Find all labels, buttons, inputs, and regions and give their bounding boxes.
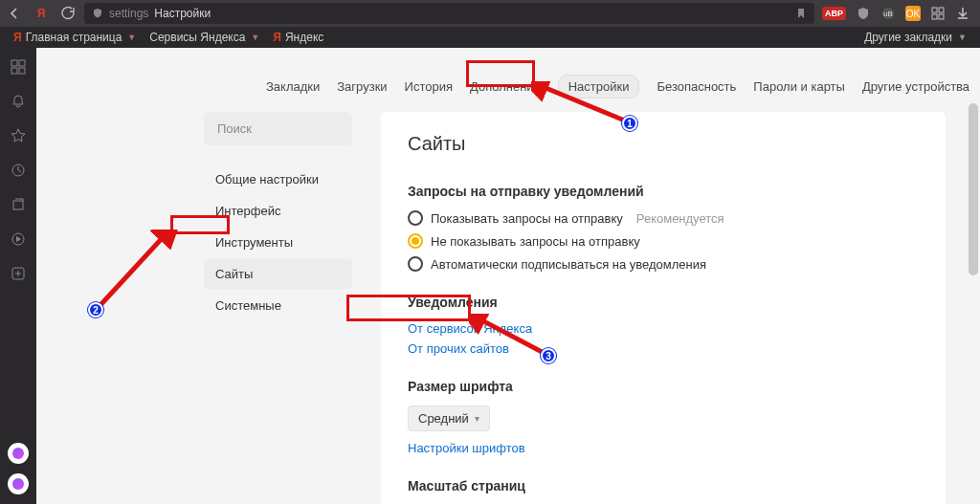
radio-dont-show-requests[interactable]: Не показывать запросы на отправку bbox=[408, 233, 919, 249]
other-bookmarks[interactable]: Другие закладки▼ bbox=[864, 31, 967, 44]
radio-auto-label: Автоматически подписываться на уведомлен… bbox=[431, 257, 706, 272]
tab-settings[interactable]: Настройки bbox=[558, 75, 640, 99]
yandex-logo[interactable]: Я bbox=[33, 5, 50, 22]
history-icon[interactable] bbox=[9, 161, 28, 180]
svg-rect-3 bbox=[939, 8, 944, 12]
svg-rect-8 bbox=[11, 68, 17, 74]
back-button[interactable] bbox=[6, 5, 23, 22]
bookmark-home[interactable]: ЯГлавная страница▼ bbox=[13, 31, 136, 44]
extensions-button[interactable] bbox=[930, 6, 946, 21]
bookmark-services-label: Сервисы Яндекса bbox=[149, 31, 245, 44]
play-icon[interactable] bbox=[9, 230, 28, 249]
svg-rect-11 bbox=[13, 201, 23, 209]
radio-auto-subscribe[interactable]: Автоматически подписываться на уведомлен… bbox=[408, 256, 919, 272]
alisa-icon[interactable] bbox=[8, 443, 29, 464]
svg-rect-4 bbox=[932, 14, 937, 19]
ublock-extension-icon[interactable]: uB bbox=[880, 6, 896, 21]
url-prefix: settings bbox=[109, 7, 148, 20]
recommended-label: Рекомендуется bbox=[636, 211, 724, 226]
other-bookmarks-label: Другие закладки bbox=[864, 31, 952, 44]
bookmark-yandex-label: Яндекс bbox=[285, 31, 323, 44]
url-title: Настройки bbox=[154, 7, 211, 20]
section-zoom: Масштаб страниц bbox=[408, 478, 919, 493]
svg-rect-6 bbox=[11, 60, 17, 66]
chevron-down-icon: ▾ bbox=[475, 413, 479, 424]
radio-icon bbox=[408, 256, 423, 272]
radio-icon-selected bbox=[408, 233, 423, 249]
radio-show-requests[interactable]: Показывать запросы на отправку Рекоменду… bbox=[408, 210, 919, 226]
bell-icon[interactable] bbox=[9, 92, 28, 111]
section-requests: Запросы на отправку уведомлений bbox=[408, 184, 919, 199]
side-general[interactable]: Общие настройки bbox=[204, 164, 352, 194]
tab-passwords[interactable]: Пароли и карты bbox=[753, 79, 845, 94]
side-system[interactable]: Системные bbox=[204, 291, 352, 320]
bookmark-icon[interactable] bbox=[795, 8, 807, 19]
star-icon[interactable] bbox=[9, 126, 28, 145]
tab-downloads[interactable]: Загрузки bbox=[337, 79, 387, 94]
abp-extension-icon[interactable]: ABP bbox=[822, 7, 846, 20]
tab-bookmarks[interactable]: Закладки bbox=[266, 79, 320, 94]
link-other-sites[interactable]: От прочих сайтов bbox=[408, 341, 919, 356]
shield-extension-icon[interactable] bbox=[856, 6, 871, 21]
svg-rect-9 bbox=[19, 68, 25, 74]
reload-button[interactable] bbox=[59, 5, 77, 22]
bookmarks-bar: ЯГлавная страница▼ Сервисы Яндекса▼ ЯЯнд… bbox=[0, 27, 980, 48]
titlebar: Я settings Настройки ABP uB OK bbox=[0, 0, 980, 27]
font-size-value: Средний bbox=[418, 411, 469, 426]
svg-rect-7 bbox=[19, 60, 25, 66]
collections-icon[interactable] bbox=[9, 195, 28, 214]
link-yandex-services[interactable]: От сервисов Яндекса bbox=[408, 321, 919, 336]
bookmark-home-label: Главная страница bbox=[26, 31, 122, 44]
side-interface[interactable]: Интерфейс bbox=[204, 196, 352, 226]
side-tools[interactable]: Инструменты bbox=[204, 228, 352, 257]
alisa-icon-2[interactable] bbox=[8, 473, 29, 494]
vertical-sidebar bbox=[0, 48, 36, 504]
tab-addons[interactable]: Дополнения bbox=[470, 79, 541, 94]
tab-history[interactable]: История bbox=[405, 79, 453, 94]
radio-icon bbox=[408, 210, 423, 226]
font-size-select[interactable]: Средний ▾ bbox=[408, 405, 490, 431]
svg-rect-5 bbox=[939, 14, 944, 19]
tab-devices[interactable]: Другие устройства bbox=[862, 79, 969, 94]
tab-security[interactable]: Безопасность bbox=[657, 79, 736, 94]
radio-dont-show-label: Не показывать запросы на отправку bbox=[431, 234, 640, 249]
ok-extension-icon[interactable]: OK bbox=[905, 6, 921, 21]
side-sites[interactable]: Сайты bbox=[204, 259, 352, 289]
apps-icon[interactable] bbox=[9, 57, 28, 77]
svg-text:uB: uB bbox=[883, 10, 893, 18]
shield-icon bbox=[92, 8, 103, 19]
settings-main-card: Сайты Запросы на отправку уведомлений По… bbox=[381, 112, 946, 504]
section-notifications: Уведомления bbox=[408, 295, 919, 310]
address-bar[interactable]: settings Настройки bbox=[84, 3, 814, 24]
page-title: Сайты bbox=[408, 133, 919, 155]
downloads-button[interactable] bbox=[955, 6, 970, 21]
add-icon[interactable] bbox=[9, 264, 28, 283]
svg-rect-2 bbox=[932, 8, 937, 12]
scrollbar[interactable] bbox=[969, 103, 978, 275]
bookmark-services[interactable]: Сервисы Яндекса▼ bbox=[149, 31, 259, 44]
radio-show-label: Показывать запросы на отправку bbox=[431, 211, 623, 226]
settings-page: Закладки Загрузки История Дополнения Нас… bbox=[36, 48, 980, 504]
settings-side-panel: Поиск Общие настройки Интерфейс Инструме… bbox=[204, 112, 352, 504]
bookmark-yandex[interactable]: ЯЯндекс bbox=[273, 31, 323, 44]
settings-search[interactable]: Поиск bbox=[204, 112, 352, 145]
section-font-size: Размер шрифта bbox=[408, 379, 919, 394]
link-font-settings[interactable]: Настройки шрифтов bbox=[408, 441, 919, 455]
search-placeholder: Поиск bbox=[217, 121, 252, 136]
settings-tabs: Закладки Загрузки История Дополнения Нас… bbox=[36, 48, 980, 112]
